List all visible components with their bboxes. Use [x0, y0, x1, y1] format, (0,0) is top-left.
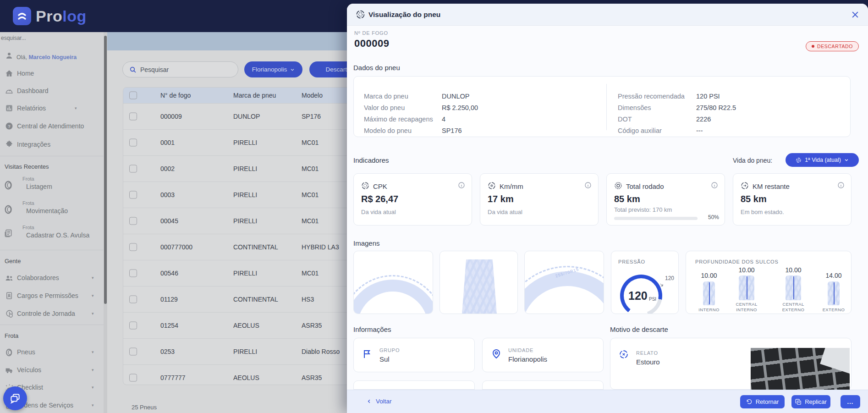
tread-depth-value: 10.00 [734, 266, 759, 274]
tread-depth-col-externo: 14.00 EXTERNO [821, 251, 846, 314]
sidebar-item-pneus[interactable]: Pneus ▾ [0, 345, 104, 359]
tire-image-tread[interactable] [439, 251, 518, 314]
recent-category: Frota [22, 200, 34, 206]
row-checkbox[interactable] [129, 113, 137, 121]
sidebar-item-central-atendimento[interactable]: ? Central de Atendimento [0, 119, 104, 133]
tire-icon [4, 180, 14, 190]
table-search-input[interactable]: Pesquisar [122, 61, 238, 77]
user-greeting[interactable]: Olá, Marcelo Nogueira [16, 54, 77, 61]
row-checkbox[interactable] [129, 165, 137, 173]
row-checkbox[interactable] [129, 217, 137, 225]
people-icon [5, 274, 14, 282]
chevron-down-icon: ▾ [92, 275, 94, 280]
sidebar-section-frota: Frota [5, 332, 18, 339]
chevron-down-icon: ▾ [92, 293, 94, 298]
back-label: Voltar [376, 398, 392, 405]
prolog-logo-icon[interactable] [13, 7, 31, 25]
sidebar-recent-cadastrar-os[interactable]: Frota Cadastrar O.S. Avulsa [0, 224, 104, 244]
info-card-partial [353, 380, 475, 390]
sidebar-item-controle-jornada[interactable]: Controle de Jornada ▾ [0, 307, 104, 320]
section-dados-title: Dados do pneu [353, 64, 400, 72]
tread-bar [786, 275, 801, 300]
cell-brand: PIRELLI [233, 139, 257, 146]
info-icon[interactable] [584, 182, 592, 189]
sidebar-divider [0, 250, 104, 250]
cell-fire: 00045 [160, 217, 178, 225]
row-checkbox[interactable] [129, 243, 137, 251]
field-label: DOT [618, 116, 632, 123]
column-header-brand[interactable]: Marca de pneu [233, 92, 276, 99]
more-actions-button[interactable]: ... [841, 395, 860, 408]
column-header-fire[interactable]: N° de fogo [160, 92, 191, 99]
app-window: Prolog esquisar... Olá, Marcelo Nogueira… [0, 0, 868, 413]
info-icon[interactable] [837, 182, 845, 189]
replicate-button[interactable]: Replicar [791, 395, 830, 408]
sidebar-item-label: Central de Atendimento [17, 122, 84, 130]
cell-fire: 000009 [160, 113, 182, 120]
discard-photo[interactable] [751, 348, 850, 390]
sidebar-item-colaboradores[interactable]: Colaboradores ▾ [0, 271, 104, 285]
fire-number-value: 000009 [354, 38, 389, 50]
tire-life-value: 1ª Vida (atual) [805, 157, 841, 163]
chevron-down-icon: ▾ [92, 368, 94, 372]
tread-depth-card: PROFUNDIDADE DOS SULCOS 10.00 INTERNO 10… [686, 251, 852, 314]
cell-fire: 0002 [160, 165, 175, 172]
indicator-title: Km/mm [500, 182, 523, 190]
cell-brand: PIRELLI [233, 191, 257, 198]
field-label: Pressão recomendada [618, 93, 685, 100]
sidebar-search-input[interactable]: esquisar... [1, 35, 26, 41]
sidebar-section-visitas-recentes: Visitas Recentes [5, 163, 49, 170]
unidade-value: Florianopolis [508, 355, 547, 363]
return-button[interactable]: Retornar [740, 395, 785, 408]
odometer-icon [614, 182, 622, 190]
row-checkbox[interactable] [129, 322, 137, 330]
sidebar-recent-movimentacao[interactable]: Frota Movimentação [0, 199, 104, 220]
tread-depth-line2: EXTERNO [818, 307, 849, 312]
location-pin-icon [491, 348, 503, 360]
column-header-model[interactable]: Modelo [302, 92, 323, 99]
flag-icon [362, 348, 374, 360]
tire-image-angled[interactable]: 255/70R15 [524, 251, 604, 314]
sidebar-item-veiculos[interactable]: Veículos ▾ [0, 363, 104, 377]
back-button[interactable]: Voltar [367, 398, 392, 405]
cell-model: MC01 [302, 191, 319, 198]
chevron-down-icon: ▾ [75, 106, 77, 110]
sidebar-item-dashboard[interactable]: Dashboard [0, 84, 104, 98]
tire-image-side[interactable] [353, 251, 433, 314]
filter-unit-button[interactable]: Florianopolis [244, 61, 302, 77]
tire-icon [796, 157, 802, 163]
cell-brand: CONTINENTAL [233, 243, 278, 251]
recent-label: Cadastrar O.S. Avulsa [26, 231, 89, 239]
sidebar-item-home[interactable]: Home [0, 66, 104, 80]
row-checkbox[interactable] [129, 296, 137, 303]
tread-depth-value: 14.00 [821, 272, 846, 279]
pressure-card: PRESSÃO 120 PSI 120 [611, 251, 679, 314]
row-checkbox[interactable] [129, 374, 137, 382]
row-checkbox[interactable] [129, 348, 137, 356]
tread-bar [739, 275, 754, 300]
chat-fab-button[interactable] [3, 386, 27, 410]
close-icon[interactable] [851, 10, 860, 19]
select-all-checkbox[interactable] [129, 92, 137, 99]
info-icon[interactable] [458, 182, 465, 189]
sidebar-scrollbar-thumb[interactable] [104, 36, 107, 304]
tire-life-dropdown[interactable]: 1ª Vida (atual) [786, 153, 859, 167]
grupo-value: Sul [379, 355, 390, 363]
cell-fire: 0001 [160, 139, 175, 146]
sidebar-item-cargos-permissoes[interactable]: Cargos e Permissões ▾ [0, 289, 104, 303]
grupo-label: GRUPO [379, 347, 400, 353]
info-icon[interactable] [711, 182, 718, 189]
sidebar-item-relatorios[interactable]: Relatórios ▾ [0, 101, 104, 115]
indicator-card-total-rodado: Total rodado 85 km Total previsto: 170 k… [606, 173, 725, 226]
recent-category: Frota [22, 176, 34, 182]
row-checkbox[interactable] [129, 191, 137, 199]
sidebar-recent-listagem[interactable]: Frota Listagem [0, 175, 104, 195]
indicator-caption: Em bom estado. [741, 209, 784, 215]
row-checkbox[interactable] [129, 139, 137, 147]
vida-do-pneu-label: Vida do pneu: [733, 157, 772, 164]
chevron-down-icon: ▾ [92, 350, 94, 354]
sidebar-item-label: Cargos e Permissões [17, 292, 78, 299]
copy-plus-icon [795, 399, 802, 405]
row-checkbox[interactable] [129, 270, 137, 277]
sidebar-item-integracoes[interactable]: Integrações [0, 138, 104, 151]
